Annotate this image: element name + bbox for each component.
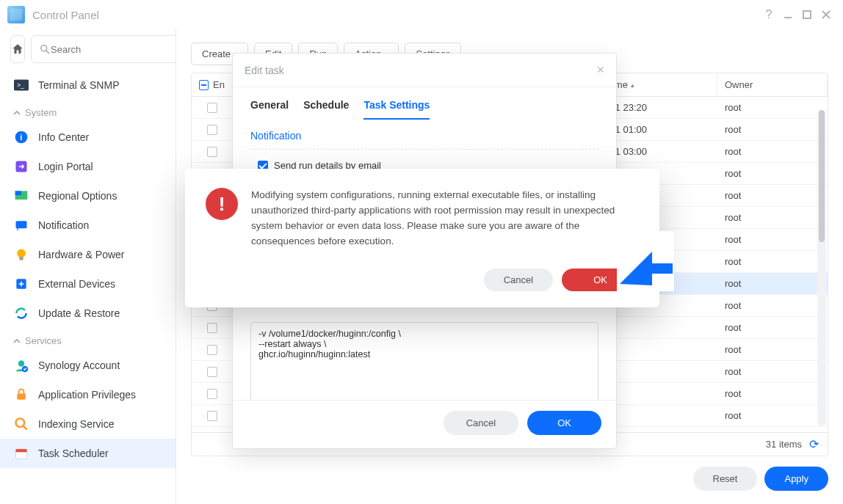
script-textarea[interactable]: -v /volume1/docker/huginn:/config \ --re…	[250, 322, 598, 400]
svg-text:i: i	[20, 133, 22, 142]
search-file-icon	[13, 416, 29, 432]
bulb-icon	[13, 246, 29, 263]
col-enabled[interactable]: En	[192, 73, 233, 96]
warning-icon: !	[206, 188, 238, 220]
search-field[interactable]	[31, 35, 176, 63]
row-checkbox[interactable]	[207, 103, 217, 113]
reset-button[interactable]: Reset	[693, 467, 758, 491]
cell-owner: root	[717, 405, 828, 426]
sidebar-item-app-priv[interactable]: Application Privileges	[0, 380, 176, 409]
search-input[interactable]	[51, 44, 174, 55]
cell-owner: root	[717, 295, 828, 316]
sidebar-item-terminal[interactable]: >_ Terminal & SNMP	[0, 70, 176, 100]
sidebar-item-hardware[interactable]: Hardware & Power	[0, 240, 176, 269]
section-system[interactable]: System	[0, 100, 176, 123]
svg-rect-1	[803, 11, 811, 18]
refresh-button[interactable]: ⟳	[809, 437, 819, 451]
arrow-overlay	[617, 231, 674, 293]
svg-marker-32	[620, 252, 673, 285]
lock-icon	[13, 387, 29, 403]
cell-owner: root	[717, 185, 828, 206]
svg-rect-12	[15, 191, 21, 195]
col-owner[interactable]: Owner	[717, 73, 828, 96]
modal-title: Edit task	[245, 65, 284, 76]
terminal-icon: >_	[13, 77, 29, 93]
row-checkbox[interactable]	[207, 367, 217, 377]
search-icon	[39, 43, 51, 55]
portal-icon	[13, 158, 29, 175]
scrollbar[interactable]	[817, 110, 826, 426]
section-notification-title: Notification	[250, 125, 598, 150]
svg-point-20	[16, 419, 25, 428]
svg-point-17	[18, 360, 24, 366]
sidebar-item-task-scheduler[interactable]: Task Scheduler	[0, 439, 176, 468]
section-services[interactable]: Services	[0, 328, 176, 351]
svg-text:>_: >_	[17, 81, 24, 89]
app-icon	[7, 6, 25, 23]
titlebar: Control Panel ?	[0, 0, 843, 29]
sidebar-item-label: Terminal & SNMP	[38, 79, 119, 91]
row-checkbox[interactable]	[207, 323, 217, 333]
cell-owner: root	[717, 339, 828, 360]
window-title: Control Panel	[32, 9, 99, 21]
minimize-button[interactable]	[778, 5, 797, 24]
checkbox-mixed[interactable]	[199, 80, 209, 90]
cell-owner: root	[717, 317, 828, 338]
close-button[interactable]	[817, 5, 836, 24]
user-icon	[13, 357, 29, 373]
refresh-icon	[13, 305, 29, 321]
svg-line-5	[46, 51, 49, 54]
sidebar-item-regional[interactable]: Regional Options	[0, 181, 176, 211]
chevron-up-icon	[13, 337, 21, 345]
modal-ok-button[interactable]: OK	[527, 411, 601, 435]
warning-text: Modifying system configurations, running…	[251, 188, 639, 249]
device-icon	[13, 276, 29, 292]
home-button[interactable]	[10, 35, 25, 63]
cell-owner: root	[717, 251, 828, 272]
row-checkbox[interactable]	[207, 389, 217, 399]
maximize-button[interactable]	[797, 5, 817, 24]
svg-rect-15	[20, 257, 23, 260]
sidebar-item-update[interactable]: Update & Restore	[0, 299, 176, 328]
globe-icon	[13, 188, 29, 204]
warn-cancel-button[interactable]: Cancel	[484, 269, 553, 291]
svg-rect-23	[16, 449, 27, 452]
sidebar-item-external[interactable]: External Devices	[0, 269, 176, 299]
svg-point-4	[41, 45, 47, 51]
sidebar-item-syn-account[interactable]: Synology Account	[0, 351, 176, 380]
row-checkbox[interactable]	[207, 411, 217, 421]
modal-cancel-button[interactable]: Cancel	[444, 411, 518, 435]
chat-icon	[13, 217, 29, 233]
svg-line-21	[23, 426, 27, 430]
row-checkbox[interactable]	[207, 125, 217, 135]
footer-actions: Reset Apply	[191, 456, 828, 504]
cell-owner: root	[717, 427, 828, 432]
warning-dialog: ! Modifying system configurations, runni…	[185, 169, 659, 307]
svg-point-14	[17, 249, 26, 258]
cell-owner: root	[717, 97, 828, 118]
help-button[interactable]: ?	[759, 5, 778, 24]
scrollbar-thumb[interactable]	[819, 110, 825, 242]
tab-task-settings[interactable]: Task Settings	[363, 95, 430, 120]
svg-rect-13	[16, 221, 27, 228]
sidebar-item-login-portal[interactable]: Login Portal	[0, 152, 176, 181]
svg-rect-19	[17, 393, 26, 399]
modal-close-button[interactable]: ×	[596, 62, 604, 78]
cell-owner: root	[717, 207, 828, 228]
row-checkbox[interactable]	[207, 345, 217, 355]
tab-schedule[interactable]: Schedule	[303, 95, 349, 120]
modal-tabs: General Schedule Task Settings	[233, 87, 616, 120]
cell-owner: root	[717, 383, 828, 404]
sidebar-item-info-center[interactable]: i Info Center	[0, 123, 176, 152]
row-checkbox[interactable]	[207, 147, 217, 157]
tab-general[interactable]: General	[250, 95, 289, 120]
item-count: 31 items	[766, 439, 802, 450]
apply-button[interactable]: Apply	[764, 467, 828, 491]
cell-owner: root	[717, 141, 828, 162]
cell-owner: root	[717, 229, 828, 250]
sidebar-item-notification[interactable]: Notification	[0, 211, 176, 240]
cell-owner: root	[717, 119, 828, 140]
chevron-up-icon	[13, 109, 21, 117]
sort-asc-icon: ▴	[631, 81, 634, 89]
sidebar-item-indexing[interactable]: Indexing Service	[0, 409, 176, 439]
